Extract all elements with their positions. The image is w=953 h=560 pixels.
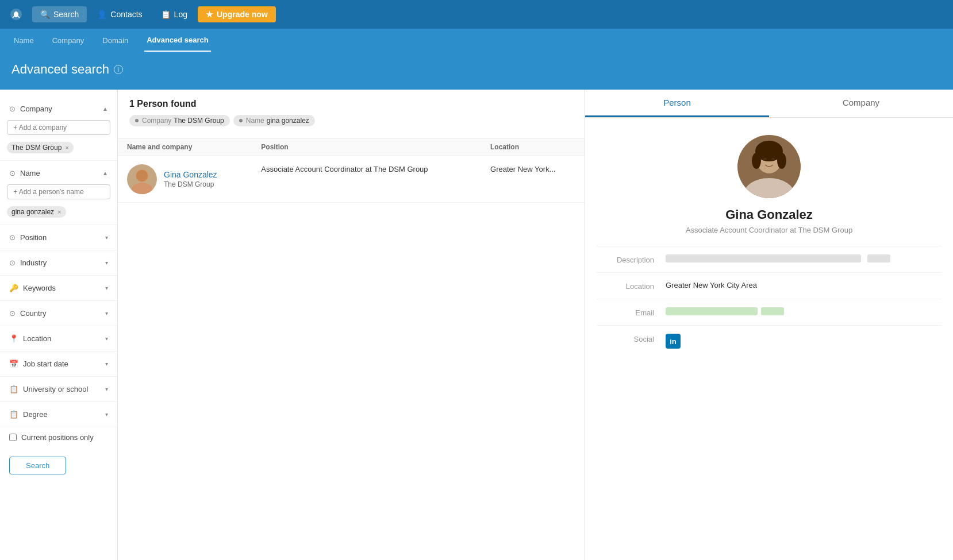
job-date-chevron-icon: ▾ (105, 361, 108, 367)
current-positions-checkbox[interactable] (9, 434, 17, 441)
keywords-filter-header[interactable]: 🔑 Keywords ▾ (0, 280, 117, 296)
name-filter-input-wrap (0, 181, 117, 204)
nav-contacts[interactable]: 👤 Contacts (89, 6, 150, 22)
industry-filter-icon: ⊙ (9, 258, 16, 267)
keywords-filter-icon: 🔑 (9, 284, 18, 292)
filters-sidebar: ⊙ Company ▲ The DSM Group × ⊙ Name ▲ (0, 90, 118, 560)
email-row: Email (597, 299, 942, 325)
profile-title: Associate Account Coordinator at The DSM… (597, 226, 942, 234)
industry-filter-section: ⊙ Industry ▾ (0, 250, 117, 276)
blurred-description-2 (867, 254, 890, 262)
company-filter-header[interactable]: ⊙ Company ▲ (0, 101, 117, 117)
description-value (666, 254, 942, 264)
country-chevron-icon: ▾ (105, 310, 108, 316)
degree-filter-label: Degree (23, 410, 48, 419)
svg-point-12 (771, 158, 775, 160)
tab-company[interactable]: Company (769, 90, 953, 117)
position-filter-header[interactable]: ⊙ Position ▾ (0, 230, 117, 245)
job-start-date-filter-section: 📅 Job start date ▾ (0, 352, 117, 377)
location-filter-section: 📍 Location ▾ (0, 326, 117, 352)
results-panel: 1 Person found Company The DSM Group Nam… (118, 90, 585, 560)
position-filter-section: ⊙ Position ▾ (0, 225, 117, 250)
name-filter-input[interactable] (7, 184, 110, 199)
industry-filter-label: Industry (20, 258, 47, 267)
profile-avatar (737, 135, 801, 198)
university-filter-label: University or school (23, 385, 88, 393)
subnav-domain[interactable]: Domain (100, 29, 130, 52)
company-tag-value: The DSM Group (11, 144, 62, 152)
country-filter-label: Country (20, 309, 47, 318)
keywords-chevron-icon: ▾ (105, 285, 108, 291)
keywords-filter-label: Keywords (23, 284, 56, 292)
table-row: Gina Gonzalez The DSM Group Associate Ac… (118, 156, 585, 203)
filter-chips: Company The DSM Group Name gina gonzalez (129, 115, 573, 126)
degree-filter-icon: 📋 (9, 410, 18, 419)
position-filter-label: Position (20, 233, 47, 242)
svg-point-9 (752, 153, 761, 169)
email-label: Email (597, 307, 654, 317)
blurred-email (666, 307, 758, 315)
chip-dot-2 (239, 119, 243, 122)
current-positions-row: Current positions only (0, 427, 117, 447)
keywords-filter-section: 🔑 Keywords ▾ (0, 276, 117, 301)
blurred-email-2 (761, 307, 784, 315)
position-filter-icon: ⊙ (9, 233, 16, 242)
contacts-nav-icon: 👤 (97, 10, 107, 19)
location-label: Location (597, 281, 654, 291)
nav-search[interactable]: 🔍 Search (32, 6, 87, 22)
company-filter-input[interactable] (7, 120, 110, 135)
col-position: Position (252, 138, 481, 156)
name-filter-header[interactable]: ⊙ Name ▲ (0, 165, 117, 181)
country-filter-header[interactable]: ⊙ Country ▾ (0, 306, 117, 321)
social-label: Social (597, 334, 654, 343)
location-chevron-icon: ▾ (105, 335, 108, 342)
avatar (127, 164, 157, 194)
job-date-filter-icon: 📅 (9, 360, 18, 368)
col-name: Name and company (118, 138, 252, 156)
app-logo[interactable] (7, 5, 25, 24)
detail-body: Gina Gonzalez Associate Account Coordina… (585, 118, 953, 357)
degree-filter-header[interactable]: 📋 Degree ▾ (0, 407, 117, 422)
profile-avatar-wrap (597, 118, 942, 207)
log-nav-icon: 📋 (161, 10, 171, 19)
location-filter-header[interactable]: 📍 Location ▾ (0, 331, 117, 346)
person-cell: Gina Gonzalez The DSM Group (118, 156, 252, 203)
linkedin-icon[interactable]: in (666, 334, 681, 349)
info-icon[interactable]: i (114, 65, 123, 74)
detail-tabs: Person Company (585, 90, 953, 118)
upgrade-button[interactable]: ★ Upgrade now (198, 6, 276, 22)
sub-nav: Name Company Domain Advanced search (0, 29, 953, 52)
name-tag: gina gonzalez × (7, 206, 66, 218)
location-filter-icon: 📍 (9, 334, 18, 343)
name-tag-remove[interactable]: × (57, 208, 61, 215)
name-tag-value: gina gonzalez (11, 208, 54, 216)
description-label: Description (597, 254, 654, 264)
main-layout: ⊙ Company ▲ The DSM Group × ⊙ Name ▲ (0, 90, 953, 560)
tab-person[interactable]: Person (585, 90, 769, 117)
detail-panel: Person Company (585, 90, 953, 560)
degree-chevron-icon: ▾ (105, 411, 108, 418)
company-tag: The DSM Group × (7, 142, 74, 153)
nav-search-label: Search (53, 10, 79, 19)
upgrade-label: Upgrade now (217, 10, 268, 19)
search-button[interactable]: Search (9, 457, 66, 474)
position-cell: Associate Account Coordinator at The DSM… (252, 156, 481, 203)
results-count: 1 Person found (129, 99, 573, 109)
subnav-company[interactable]: Company (50, 29, 87, 52)
company-chip: Company The DSM Group (129, 115, 230, 126)
person-name[interactable]: Gina Gonzalez (164, 170, 217, 179)
job-start-date-filter-label: Job start date (23, 360, 68, 368)
name-chip: Name gina gonzalez (233, 115, 315, 126)
industry-filter-header[interactable]: ⊙ Industry ▾ (0, 255, 117, 271)
job-start-date-filter-header[interactable]: 📅 Job start date ▾ (0, 356, 117, 372)
name-chevron-icon: ▲ (102, 170, 108, 176)
name-filter-section: ⊙ Name ▲ gina gonzalez × (0, 161, 117, 225)
university-filter-header[interactable]: 📋 University or school ▾ (0, 381, 117, 397)
results-header: 1 Person found Company The DSM Group Nam… (118, 90, 585, 138)
nav-log[interactable]: 📋 Log (153, 6, 195, 22)
company-filter-icon: ⊙ (9, 105, 16, 113)
subnav-advanced[interactable]: Advanced search (144, 29, 211, 52)
company-filter-label: Company (20, 105, 52, 113)
subnav-name[interactable]: Name (11, 29, 36, 52)
company-tag-remove[interactable]: × (65, 144, 68, 151)
